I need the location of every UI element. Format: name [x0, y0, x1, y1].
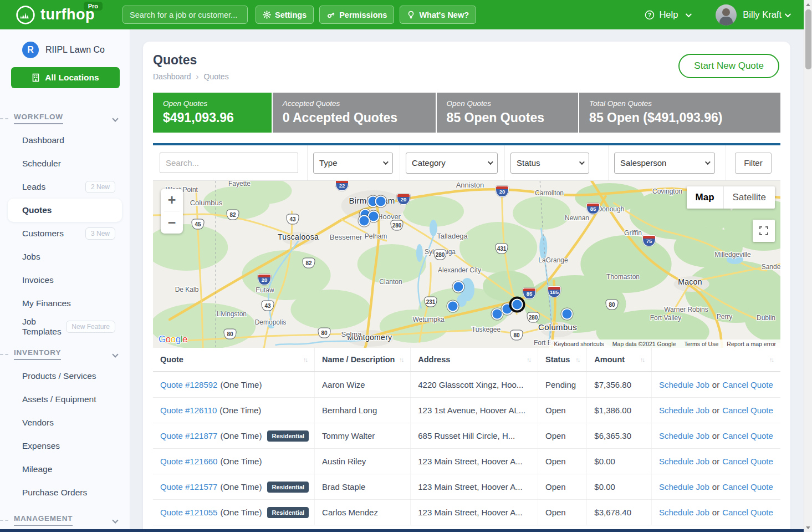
schedule-job-link[interactable]: Schedule Job: [659, 482, 709, 492]
zoom-in-button[interactable]: +: [161, 189, 183, 211]
sidebar-item-my-finances[interactable]: My Finances: [0, 292, 130, 315]
global-search-input[interactable]: [122, 6, 248, 24]
start-new-quote-button[interactable]: Start New Quote: [678, 54, 779, 78]
sidebar-section-inventory[interactable]: INVENTORY: [0, 348, 130, 360]
cancel-quote-link[interactable]: Cancel Quote: [722, 482, 773, 492]
category-filter-select[interactable]: Category: [406, 153, 498, 174]
map-marker-9[interactable]: [512, 299, 523, 311]
scroll-up-icon[interactable]: [804, 0, 812, 9]
quote-link[interactable]: Quote #121660: [160, 457, 217, 466]
sidebar-section-workflow[interactable]: WORKFLOW: [0, 113, 130, 124]
fullscreen-button[interactable]: [753, 220, 775, 242]
sidebar-item-assets-equipment[interactable]: Assets / Equipment: [0, 388, 130, 411]
sidebar-item-label: Assets / Equipment: [22, 394, 96, 404]
stat-card-open-quotes-0: Open Quotes$491,093.96: [153, 93, 272, 133]
schedule-job-link[interactable]: Schedule Job: [659, 431, 709, 440]
filter-button[interactable]: Filter: [735, 153, 772, 174]
schedule-job-link[interactable]: Schedule Job: [659, 508, 709, 517]
vertical-scrollbar[interactable]: [804, 0, 812, 532]
cancel-quote-link[interactable]: Cancel Quote: [722, 431, 773, 440]
zoom-out-button[interactable]: −: [161, 211, 183, 234]
status-filter-select[interactable]: Status: [510, 153, 589, 174]
map-marker-6[interactable]: [447, 301, 459, 312]
sort-icon[interactable]: ↑↓: [399, 356, 403, 363]
sort-icon[interactable]: ↑↓: [640, 356, 644, 363]
permissions-button[interactable]: Permissions: [319, 6, 394, 24]
settings-button[interactable]: Settings: [256, 6, 314, 24]
sidebar-item-label: Leads: [22, 182, 45, 192]
salesperson-filter-select[interactable]: Salesperson: [614, 153, 715, 174]
whats-new-button[interactable]: What's New?: [400, 6, 476, 24]
app-logo[interactable]: turfhop Pro: [16, 5, 95, 25]
company-row[interactable]: R RIIPL Lawn Co: [0, 29, 130, 58]
user-avatar[interactable]: [716, 4, 737, 26]
sort-icon[interactable]: ↑↓: [527, 356, 530, 363]
google-logo[interactable]: Google: [159, 334, 187, 345]
quote-link[interactable]: Quote #121877: [160, 431, 217, 440]
map-canvas[interactable]: + − Map Satellite Google Keyboard shortc…: [153, 181, 780, 348]
sidebar-item-jobs[interactable]: Jobs: [0, 245, 130, 268]
map-label-dublin: Dublin: [757, 314, 775, 322]
cancel-quote-link[interactable]: Cancel Quote: [722, 508, 773, 517]
col-header-amount[interactable]: Amount↑↓: [587, 348, 652, 371]
attribution-terms-of-use[interactable]: Terms of Use: [684, 341, 718, 347]
quote-link[interactable]: Quote #121055: [160, 508, 217, 517]
map-marker-5[interactable]: [453, 281, 464, 293]
map-marker-1[interactable]: [375, 196, 387, 207]
map-type-map-button[interactable]: Map: [687, 186, 723, 209]
sidebar-item-customers[interactable]: Customers3 New: [0, 222, 130, 245]
schedule-job-link[interactable]: Schedule Job: [659, 457, 709, 466]
schedule-job-link[interactable]: Schedule Job: [659, 406, 709, 415]
sidebar-item-vendors[interactable]: Vendors: [0, 411, 130, 434]
address-text: 4220 Glasscott Xingz, Hoo...: [418, 380, 523, 389]
sidebar-item-job-templates[interactable]: Job TemplatesNew Feature: [0, 315, 130, 338]
route-shield-280: 280: [391, 220, 404, 231]
sidebar-item-dashboard[interactable]: Dashboard: [0, 129, 130, 152]
col-header-status[interactable]: Status↑↓: [538, 348, 587, 371]
breadcrumb: Dashboard › Quotes: [153, 72, 229, 81]
quote-link[interactable]: Quote #121577: [160, 482, 217, 492]
table-row: Quote #126110(One Time)Bernhard Long123 …: [153, 398, 780, 423]
help-menu[interactable]: ? Help: [645, 9, 690, 20]
scroll-down-icon[interactable]: [804, 523, 812, 532]
col-header-quote[interactable]: Quote↑↓: [153, 348, 315, 371]
horizontal-scrollbar[interactable]: [0, 529, 804, 532]
sort-icon[interactable]: ↑↓: [303, 356, 307, 363]
type-filter-select[interactable]: Type: [313, 153, 393, 174]
attribution-keyboard-shortcuts[interactable]: Keyboard shortcuts: [554, 341, 604, 347]
cancel-quote-link[interactable]: Cancel Quote: [722, 380, 773, 389]
sidebar-item-mileage[interactable]: Mileage: [0, 458, 130, 481]
sidebar-item-scheduler[interactable]: Scheduler: [0, 152, 130, 175]
sidebar-item-products-services[interactable]: Products / Services: [0, 364, 130, 388]
sort-icon[interactable]: ↑↓: [769, 356, 773, 363]
sidebar-item-invoices[interactable]: Invoices: [0, 268, 130, 292]
cancel-quote-link[interactable]: Cancel Quote: [722, 406, 773, 415]
col-header-actions[interactable]: ↑↓: [652, 348, 780, 371]
schedule-job-link[interactable]: Schedule Job: [659, 380, 709, 389]
map-marker-10[interactable]: [561, 308, 573, 320]
map-type-satellite-button[interactable]: Satellite: [723, 186, 775, 209]
sidebar-item-expenses[interactable]: Expenses: [0, 434, 130, 458]
breadcrumb-dashboard[interactable]: Dashboard: [153, 72, 191, 81]
sidebar-item-quotes[interactable]: Quotes: [8, 199, 122, 222]
col-header-name-description[interactable]: Name / Description↑↓: [315, 348, 411, 371]
address-text: 123 Main Street, Hoover A...: [418, 457, 522, 466]
status-cell: Open: [538, 500, 587, 525]
chevron-down-icon[interactable]: [785, 11, 791, 17]
quote-link[interactable]: Quote #126110: [160, 406, 217, 415]
stat-card-total-open-quotes-3: Total Open Quotes85 Open ($491,093.96): [579, 93, 780, 133]
col-header-address[interactable]: Address↑↓: [411, 348, 538, 371]
sidebar-section-management[interactable]: MANAGEMENT: [0, 514, 130, 526]
sidebar-item-leads[interactable]: Leads2 New: [0, 175, 130, 199]
cancel-quote-link[interactable]: Cancel Quote: [722, 457, 773, 466]
table-row: Quote #121877(One Time)ResidentialTommy …: [153, 423, 780, 449]
scrollbar-thumb[interactable]: [805, 9, 811, 69]
sidebar-item-purchase-orders[interactable]: Purchase Orders: [0, 481, 130, 504]
attribution-report-a-map-error[interactable]: Report a map error: [727, 341, 776, 347]
quote-link[interactable]: Quote #128592: [160, 380, 217, 389]
table-search-input[interactable]: [160, 153, 298, 173]
map-label-columbus: Columbus: [538, 322, 577, 332]
map-marker-4[interactable]: [359, 215, 370, 227]
all-locations-button[interactable]: All Locations: [11, 67, 120, 88]
sort-icon[interactable]: ↑↓: [575, 356, 579, 363]
